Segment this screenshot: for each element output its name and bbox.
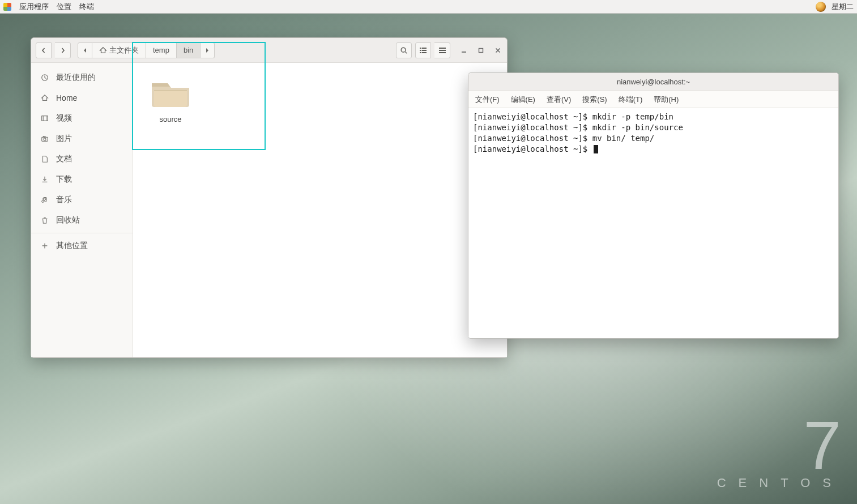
- search-button[interactable]: [396, 42, 412, 58]
- hamburger-icon: [438, 46, 446, 54]
- svg-rect-6: [422, 52, 427, 53]
- sidebar-separator: [31, 233, 133, 233]
- terminal-title: nianweiyi@localhost:~: [468, 73, 838, 91]
- terminal-menu-edit[interactable]: 编辑(E): [511, 95, 535, 105]
- music-icon: [40, 195, 49, 204]
- breadcrumb-prev-button[interactable]: [78, 42, 92, 58]
- breadcrumb-home[interactable]: 主文件夹: [92, 42, 146, 58]
- terminal-line: [nianweiyi@localhost ~]$ mkdir -p temp/b…: [473, 112, 834, 122]
- sidebar-item-music[interactable]: 音乐: [31, 190, 133, 210]
- svg-rect-1: [420, 48, 421, 49]
- svg-rect-2: [422, 48, 427, 49]
- close-icon: [495, 48, 501, 53]
- svg-rect-5: [420, 52, 421, 53]
- maximize-icon: [478, 48, 484, 53]
- terminal-line: [nianweiyi@localhost ~]$: [473, 144, 834, 155]
- terminal-menubar: 文件(F) 编辑(E) 查看(V) 搜索(S) 终端(T) 帮助(H): [468, 91, 838, 108]
- breadcrumb-home-label: 主文件夹: [109, 45, 139, 55]
- panel-menu-places[interactable]: 位置: [57, 2, 71, 12]
- sidebar-item-label: 其他位置: [56, 241, 88, 251]
- terminal-window: nianweiyi@localhost:~ 文件(F) 编辑(E) 查看(V) …: [468, 72, 839, 339]
- cursor-icon: [594, 145, 598, 153]
- terminal-line: [nianweiyi@localhost ~]$ mv bin/ temp/: [473, 133, 834, 144]
- plus-icon: [40, 241, 49, 250]
- hamburger-menu-button[interactable]: [434, 42, 450, 58]
- terminal-menu-terminal[interactable]: 终端(T): [619, 95, 643, 105]
- sidebar-item-pictures[interactable]: 图片: [31, 129, 133, 149]
- sidebar-item-other[interactable]: 其他位置: [31, 236, 133, 256]
- clock-icon: [40, 73, 49, 82]
- file-manager-content[interactable]: source: [133, 63, 507, 357]
- sidebar-item-label: Home: [56, 93, 77, 102]
- folder-label: source: [159, 115, 181, 123]
- terminal-body[interactable]: [nianweiyi@localhost ~]$ mkdir -p temp/b…: [468, 108, 838, 338]
- file-manager-header: 主文件夹 temp bin: [31, 38, 507, 63]
- gnome-logo-icon: [3, 3, 11, 11]
- sidebar-item-videos[interactable]: 视频: [31, 108, 133, 129]
- terminal-menu-help[interactable]: 帮助(H): [654, 95, 679, 105]
- sidebar-item-recent[interactable]: 最近使用的: [31, 67, 133, 88]
- svg-rect-10: [462, 52, 466, 53]
- view-list-button[interactable]: [415, 42, 431, 58]
- nav-back-button[interactable]: [36, 42, 52, 58]
- sidebar-item-trash[interactable]: 回收站: [31, 210, 133, 230]
- top-panel: 应用程序 位置 终端 星期二: [0, 0, 857, 14]
- sidebar-item-label: 文档: [56, 154, 72, 164]
- sidebar-item-downloads[interactable]: 下载: [31, 169, 133, 190]
- file-manager-sidebar: 最近使用的 Home 视频 图片 文档 下载: [31, 63, 133, 357]
- svg-point-0: [401, 48, 406, 52]
- sidebar-item-label: 下载: [56, 174, 72, 185]
- svg-rect-19: [154, 90, 187, 91]
- svg-rect-15: [46, 116, 48, 121]
- svg-rect-18: [43, 136, 45, 138]
- sidebar-item-label: 音乐: [56, 195, 72, 205]
- terminal-menu-search[interactable]: 搜索(S): [582, 95, 607, 105]
- camera-icon: [40, 134, 49, 143]
- film-icon: [40, 114, 49, 123]
- sidebar-item-label: 回收站: [56, 215, 80, 225]
- document-icon: [40, 155, 49, 164]
- clock-day[interactable]: 星期二: [832, 2, 854, 12]
- triangle-left-icon: [83, 48, 87, 53]
- svg-rect-7: [439, 48, 446, 49]
- folder-tile-source[interactable]: source: [143, 73, 198, 123]
- download-icon: [40, 175, 49, 184]
- trash-icon: [40, 216, 49, 225]
- panel-menu-terminal[interactable]: 终端: [79, 2, 94, 12]
- panel-menu-apps[interactable]: 应用程序: [19, 2, 49, 12]
- folder-icon: [148, 73, 193, 112]
- window-minimize-button[interactable]: [459, 46, 468, 55]
- svg-rect-4: [422, 50, 427, 51]
- breadcrumb-seg-label: bin: [184, 46, 193, 54]
- breadcrumb-bar: 主文件夹 temp bin: [78, 42, 215, 58]
- breadcrumb-seg-label: temp: [153, 46, 169, 54]
- breadcrumb-next-button[interactable]: [201, 42, 215, 58]
- window-maximize-button[interactable]: [476, 46, 485, 55]
- search-icon: [400, 46, 408, 54]
- chevron-left-icon: [41, 48, 46, 53]
- sidebar-item-label: 图片: [56, 134, 72, 144]
- nav-forward-button[interactable]: [55, 42, 71, 58]
- home-icon: [40, 93, 49, 102]
- file-manager-window: 主文件夹 temp bin: [31, 37, 508, 358]
- chevron-right-icon: [60, 48, 66, 53]
- svg-rect-3: [420, 50, 421, 51]
- triangle-right-icon: [205, 48, 210, 53]
- svg-rect-9: [439, 52, 446, 53]
- terminal-line: [nianweiyi@localhost ~]$ mkdir -p bin/so…: [473, 122, 834, 133]
- sidebar-item-home[interactable]: Home: [31, 88, 133, 108]
- breadcrumb-seg-bin[interactable]: bin: [177, 42, 201, 58]
- window-close-button[interactable]: [493, 46, 502, 55]
- user-status-icon[interactable]: [816, 2, 826, 12]
- sidebar-item-label: 最近使用的: [56, 72, 96, 83]
- breadcrumb-seg-temp[interactable]: temp: [146, 42, 177, 58]
- terminal-menu-view[interactable]: 查看(V): [547, 95, 571, 105]
- svg-point-17: [44, 138, 46, 140]
- minimize-icon: [461, 48, 467, 53]
- terminal-menu-file[interactable]: 文件(F): [475, 95, 500, 105]
- svg-rect-11: [479, 48, 483, 52]
- svg-rect-14: [42, 116, 44, 121]
- svg-rect-13: [42, 116, 48, 121]
- sidebar-item-label: 视频: [56, 113, 72, 123]
- sidebar-item-documents[interactable]: 文档: [31, 149, 133, 169]
